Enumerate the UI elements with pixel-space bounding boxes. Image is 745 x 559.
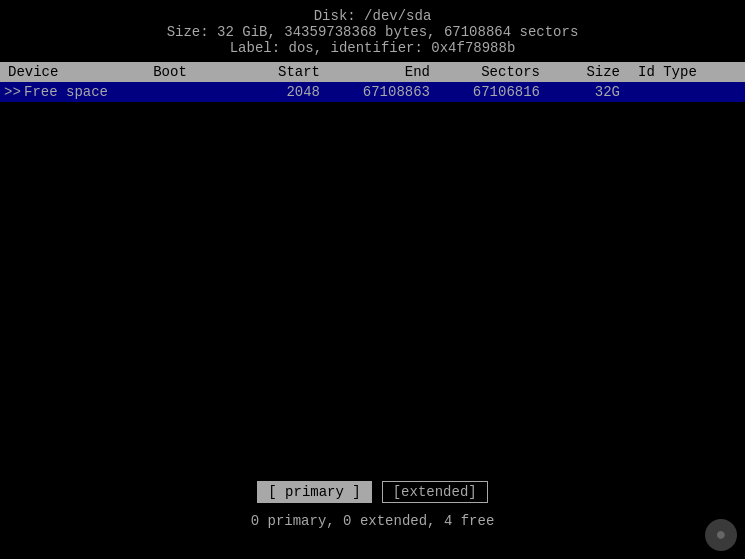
column-headers: Device Boot Start End Sectors Size Id Ty… (0, 62, 745, 82)
col-header-sectors: Sectors (440, 64, 550, 80)
row-start: 2048 (220, 84, 330, 100)
status-line: 0 primary, 0 extended, 4 free (0, 513, 745, 529)
disk-title: Disk: /dev/sda (0, 8, 745, 24)
header-section: Disk: /dev/sda Size: 32 GiB, 34359738368… (0, 0, 745, 56)
col-header-end: End (330, 64, 440, 80)
col-header-idtype: Id Type (630, 64, 745, 80)
row-idtype (630, 84, 745, 100)
col-header-boot: Boot (120, 64, 220, 80)
row-sectors: 67106816 (440, 84, 550, 100)
row-device: Free space (24, 84, 120, 100)
col-header-start: Start (220, 64, 330, 80)
row-end: 67108863 (330, 84, 440, 100)
bottom-section: [ primary ] [extended] 0 primary, 0 exte… (0, 481, 745, 529)
col-header-device: Device (0, 64, 120, 80)
extended-button[interactable]: [extended] (382, 481, 488, 503)
col-header-size: Size (550, 64, 630, 80)
row-arrow: >> (0, 84, 24, 100)
disk-size-line: Size: 32 GiB, 34359738368 bytes, 6710886… (0, 24, 745, 40)
button-row: [ primary ] [extended] (0, 481, 745, 503)
primary-button[interactable]: [ primary ] (257, 481, 371, 503)
table-section: Device Boot Start End Sectors Size Id Ty… (0, 62, 745, 102)
row-boot (120, 84, 220, 100)
disk-label-line: Label: dos, identifier: 0x4f78988b (0, 40, 745, 56)
row-size: 32G (550, 84, 630, 100)
table-row[interactable]: >> Free space 2048 67108863 67106816 32G (0, 82, 745, 102)
watermark-icon: ● (705, 519, 737, 551)
screen: Disk: /dev/sda Size: 32 GiB, 34359738368… (0, 0, 745, 559)
